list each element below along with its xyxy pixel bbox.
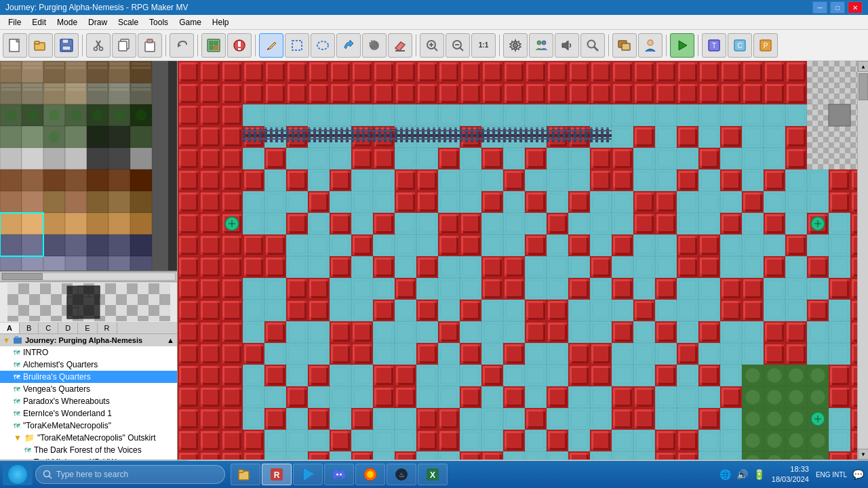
close-button[interactable]: ✕ (848, 1, 863, 14)
character-button[interactable] (638, 33, 663, 58)
map-area-wrapper: ▲ ▼ ◄ ► (178, 61, 868, 470)
new-button[interactable] (3, 33, 27, 58)
eraser-button[interactable] (388, 33, 412, 58)
scroll-up-btn[interactable]: ▲ (858, 61, 868, 72)
time-display[interactable]: 18:33 18/03/2024 (769, 464, 812, 485)
palette-tab-c[interactable]: C (39, 323, 58, 333)
taskbar-browser[interactable] (355, 464, 385, 485)
map-label-eternice: EternIce's Wonderland 1 (23, 409, 112, 418)
scroll-track[interactable] (858, 72, 868, 449)
settings-button[interactable] (503, 33, 528, 58)
taskbar-steam[interactable]: ♨ (387, 464, 416, 485)
paste-button[interactable] (138, 33, 162, 58)
svg-marker-39 (562, 41, 568, 50)
lang-display[interactable]: ENG INTL (814, 471, 848, 479)
find-button[interactable] (580, 33, 605, 58)
title-bar: Journey: Purging Alpha-Nemesis - RPG Mak… (0, 0, 868, 15)
svg-point-37 (537, 41, 541, 45)
minimize-button[interactable]: ─ (812, 1, 827, 14)
audio-button[interactable] (555, 33, 579, 58)
palette-tab-r[interactable]: R (98, 323, 117, 333)
search-input[interactable] (56, 470, 205, 479)
scroll-thumb[interactable] (859, 73, 868, 100)
tile-palette[interactable] (0, 61, 177, 271)
project-icon (13, 336, 22, 345)
palette-tab-e[interactable]: E (78, 323, 97, 333)
map-tree[interactable]: ▼ Journey: Purging Alpha-Nemesis ▲ 🗺 INT… (0, 334, 177, 460)
palette-canvas[interactable] (0, 61, 168, 271)
tree-item-intro[interactable]: 🗺 INTRO (0, 346, 177, 359)
svg-text:P: P (764, 42, 768, 49)
canvas-area[interactable] (178, 61, 857, 460)
zoom-reset-button[interactable]: 1:1 (471, 33, 496, 58)
menu-draw[interactable]: Draw (83, 16, 113, 28)
taskbar-explorer[interactable] (231, 464, 260, 485)
start-button[interactable] (3, 464, 33, 485)
svg-rect-23 (238, 48, 241, 50)
volume-icon[interactable]: 🔊 (735, 469, 749, 480)
undo-button[interactable] (170, 33, 194, 58)
tree-item-eternice[interactable]: 🗺 EternIce's Wonderland 1 (0, 407, 177, 420)
tree-item-torakemeta[interactable]: 🗺 "ToraKeMetaNecropolis" (0, 420, 177, 432)
map-canvas[interactable] (178, 61, 857, 460)
tree-scroll-up[interactable]: ▲ (167, 336, 174, 344)
scroll-down-btn[interactable]: ▼ (858, 449, 868, 460)
palette-scroll-track[interactable] (1, 272, 176, 281)
pencil-button[interactable] (259, 33, 283, 58)
save-button[interactable] (54, 33, 79, 58)
party-button[interactable] (529, 33, 553, 58)
palette-tab-d[interactable]: D (58, 323, 78, 333)
cut-button[interactable] (86, 33, 111, 58)
shadow-button[interactable] (362, 33, 387, 58)
map-label-paradox: Paradox's Whereabouts (23, 396, 110, 406)
search-bar[interactable] (35, 465, 225, 484)
zoom-out-button[interactable] (446, 33, 470, 58)
zoom-in-button[interactable] (420, 33, 444, 58)
palette-tab-a[interactable]: A (0, 323, 20, 333)
menu-game[interactable]: Game (174, 16, 207, 28)
svg-point-63 (367, 471, 374, 478)
copy-button[interactable] (112, 33, 136, 58)
tree-item-alchemist[interactable]: 🗺 Alchemist's Quarters (0, 359, 177, 371)
tool3-button[interactable]: P (753, 33, 778, 58)
taskbar-discord[interactable] (324, 464, 354, 485)
map-settings-button[interactable] (201, 33, 226, 58)
tool1-button[interactable]: T (702, 33, 726, 58)
open-button[interactable] (28, 33, 53, 58)
tree-item-torakemeta-out[interactable]: ▼ 📁 "ToraKeMetaNecropolis" Outskirt (0, 432, 177, 444)
event-button[interactable] (227, 33, 252, 58)
taskbar-vscode[interactable] (293, 464, 323, 485)
svg-text:R: R (274, 470, 280, 480)
map-label-alchemist: Alchemist's Quarters (23, 360, 98, 369)
svg-rect-43 (622, 43, 630, 50)
ellipse-button[interactable] (311, 33, 335, 58)
svg-text:C: C (737, 42, 742, 49)
menu-file[interactable]: File (3, 16, 26, 28)
palette-scroll-thumb[interactable] (2, 273, 43, 280)
menu-mode[interactable]: Mode (52, 16, 83, 28)
resource-button[interactable] (612, 33, 637, 58)
tree-item-vengea[interactable]: 🗺 Vengea's Quarters (0, 383, 177, 395)
fill-button[interactable] (336, 33, 361, 58)
rect-select-button[interactable] (285, 33, 309, 58)
taskbar-apps: R ♨ X (231, 464, 718, 485)
tree-item-darkforest[interactable]: 🗺 The Dark Forest of the Voices (0, 444, 177, 456)
tree-item-brulirea[interactable]: 🗺 Brulirea's Quarters (0, 371, 177, 383)
network-icon[interactable]: 🌐 (718, 469, 732, 480)
tree-item-paradox[interactable]: 🗺 Paradox's Whereabouts (0, 395, 177, 407)
maximize-button[interactable]: □ (830, 1, 845, 14)
taskbar-rpgmaker[interactable]: R (262, 464, 292, 485)
play-button[interactable] (670, 33, 694, 58)
right-scrollbar: ▲ ▼ (857, 61, 868, 460)
menu-help[interactable]: Help (207, 16, 235, 28)
menu-scale[interactable]: Scale (113, 16, 144, 28)
menu-tools[interactable]: Tools (144, 16, 174, 28)
svg-rect-19 (210, 46, 213, 49)
battery-icon[interactable]: 🔋 (752, 469, 766, 480)
notification-icon[interactable]: 💬 (851, 469, 865, 480)
palette-tab-b[interactable]: B (20, 323, 39, 333)
tool2-button[interactable]: C (728, 33, 752, 58)
toolbar: 1:1 T C P (0, 30, 868, 61)
menu-edit[interactable]: Edit (26, 16, 52, 28)
taskbar-excel[interactable]: X (418, 464, 448, 485)
